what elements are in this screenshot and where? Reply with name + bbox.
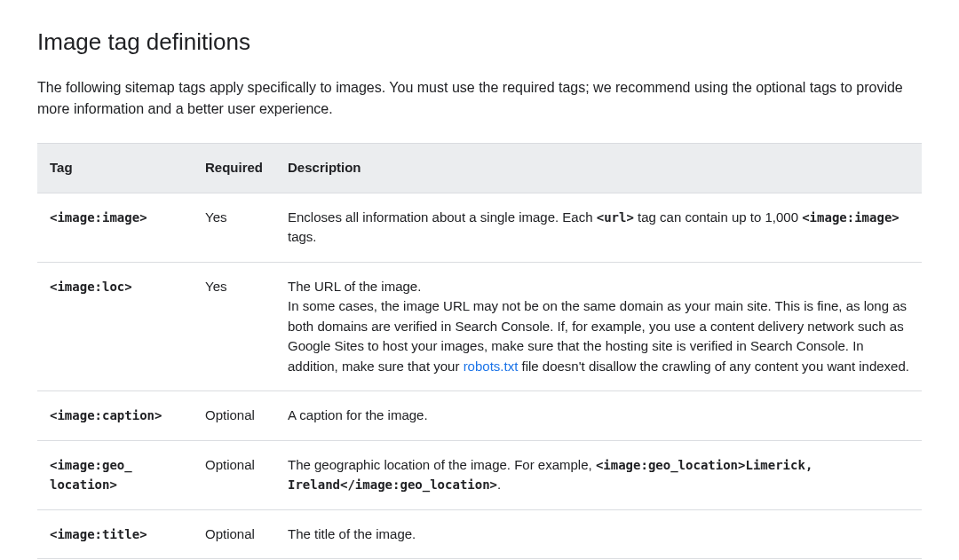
tag-code: <image:geo_location> [50,458,132,493]
definitions-table: Tag Required Description <image:image> Y… [37,143,922,560]
desc-text: tag can contain up to 1,000 [634,209,802,225]
required-cell: Yes [193,262,275,391]
desc-text: file doesn't disallow the crawling of an… [518,359,909,374]
col-required: Required [193,144,275,193]
tag-cell: <image:geo_location> [37,440,193,509]
desc-text: The geographic location of the image. Fo… [288,457,596,472]
table-row: <image:image> Yes Encloses all informati… [37,193,922,262]
table-row: <image:loc> Yes The URL of the image. In… [37,262,922,391]
robots-txt-link[interactable]: robots.txt [464,359,519,374]
tag-cell: <image:loc> [37,262,193,391]
desc-text: . [497,477,501,492]
tag-cell: <image:caption> [37,391,193,441]
tag-code: <image:loc> [50,280,132,294]
tag-code: <image:caption> [50,408,162,422]
description-cell: The title of the image. [275,509,922,559]
inline-code: <url> [597,210,634,225]
tag-cell: <image:title> [37,509,193,559]
table-row: <image:geo_location> Optional The geogra… [37,440,922,509]
required-cell: Optional [193,440,275,509]
tag-code: <image:title> [50,527,147,541]
col-description: Description [275,144,922,193]
description-cell: A caption for the image. [275,391,922,441]
description-cell: The geographic location of the image. Fo… [275,440,922,509]
desc-text: The URL of the image. [288,279,421,294]
required-cell: Optional [193,509,275,559]
page-heading: Image tag definitions [37,25,922,59]
desc-text: tags. [288,229,317,244]
table-row: <image:caption> Optional A caption for t… [37,391,922,441]
tag-code: <image:image> [50,210,147,225]
table-row: <image:title> Optional The title of the … [37,509,922,559]
required-cell: Optional [193,391,275,441]
inline-code: <image:image> [802,210,900,225]
tag-cell: <image:image> [37,193,193,262]
required-cell: Yes [193,193,275,262]
description-cell: The URL of the image. In some cases, the… [275,262,922,391]
col-tag: Tag [37,144,193,193]
table-header-row: Tag Required Description [37,144,922,193]
intro-paragraph: The following sitemap tags apply specifi… [37,77,922,120]
description-cell: Encloses all information about a single … [275,193,922,262]
desc-text: Encloses all information about a single … [288,209,597,225]
